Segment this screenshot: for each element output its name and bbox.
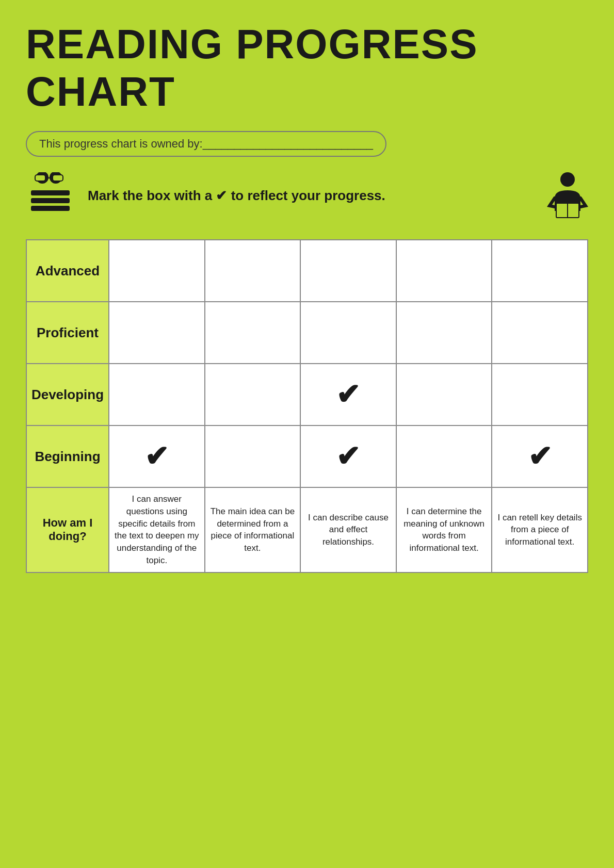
owner-row: This progress chart is owned by:________… [26, 131, 588, 157]
cell-proficient-5[interactable] [492, 302, 588, 364]
checkmark: ✔ [144, 440, 169, 472]
checkmark: ✔ [528, 440, 552, 472]
table-row: Beginning ✔ ✔ ✔ [26, 425, 588, 487]
cell-advanced-4[interactable] [396, 240, 492, 302]
checkmark: ✔ [336, 378, 360, 411]
svg-rect-3 [53, 175, 63, 181]
cell-proficient-4[interactable] [396, 302, 492, 364]
col-header-2: The main idea can be determined from a p… [205, 487, 301, 572]
instruction-row: Mark the box with a ✔ to reflect your pr… [26, 172, 588, 219]
cell-developing-3[interactable]: ✔ [300, 364, 396, 425]
cell-proficient-3[interactable] [300, 302, 396, 364]
cell-advanced-5[interactable] [492, 240, 588, 302]
cell-beginning-4[interactable] [396, 425, 492, 487]
level-proficient: Proficient [26, 302, 109, 364]
cell-beginning-5[interactable]: ✔ [492, 425, 588, 487]
table-row: Developing ✔ [26, 364, 588, 425]
cell-beginning-1[interactable]: ✔ [109, 425, 205, 487]
cell-proficient-1[interactable] [109, 302, 205, 364]
cell-developing-1[interactable] [109, 364, 205, 425]
how-am-i-doing-label: How am I doing? [26, 487, 109, 572]
cell-developing-5[interactable] [492, 364, 588, 425]
level-advanced: Advanced [26, 240, 109, 302]
col-header-1: I can answer questions using specific de… [109, 487, 205, 572]
cell-developing-2[interactable] [205, 364, 301, 425]
level-developing: Developing [26, 364, 109, 425]
owner-label: This progress chart is owned by:________… [26, 131, 386, 157]
col-header-5: I can retell key details from a piece of… [492, 487, 588, 572]
teacher-icon [26, 172, 77, 219]
table-row-header: How am I doing? I can answer questions u… [26, 487, 588, 572]
instruction-text: Mark the box with a ✔ to reflect your pr… [88, 188, 385, 204]
page-title: READING PROGRESS CHART [26, 21, 588, 116]
instruction-left: Mark the box with a ✔ to reflect your pr… [26, 172, 385, 219]
cell-developing-4[interactable] [396, 364, 492, 425]
level-beginning: Beginning [26, 425, 109, 487]
col-header-3: I can describe cause and effect relation… [300, 487, 396, 572]
svg-point-8 [560, 172, 575, 187]
cell-advanced-1[interactable] [109, 240, 205, 302]
cell-advanced-3[interactable] [300, 240, 396, 302]
svg-rect-6 [31, 198, 70, 203]
svg-rect-2 [35, 175, 45, 181]
table-row: Proficient [26, 302, 588, 364]
progress-table: Advanced Proficient Developing ✔ Beginni… [26, 239, 588, 573]
cell-advanced-2[interactable] [205, 240, 301, 302]
col-header-4: I can determine the meaning of unknown w… [396, 487, 492, 572]
checkmark: ✔ [336, 440, 360, 472]
reader-icon [547, 172, 588, 219]
cell-proficient-2[interactable] [205, 302, 301, 364]
svg-rect-7 [31, 206, 70, 211]
cell-beginning-3[interactable]: ✔ [300, 425, 396, 487]
cell-beginning-2[interactable] [205, 425, 301, 487]
table-row: Advanced [26, 240, 588, 302]
svg-rect-5 [31, 190, 70, 195]
